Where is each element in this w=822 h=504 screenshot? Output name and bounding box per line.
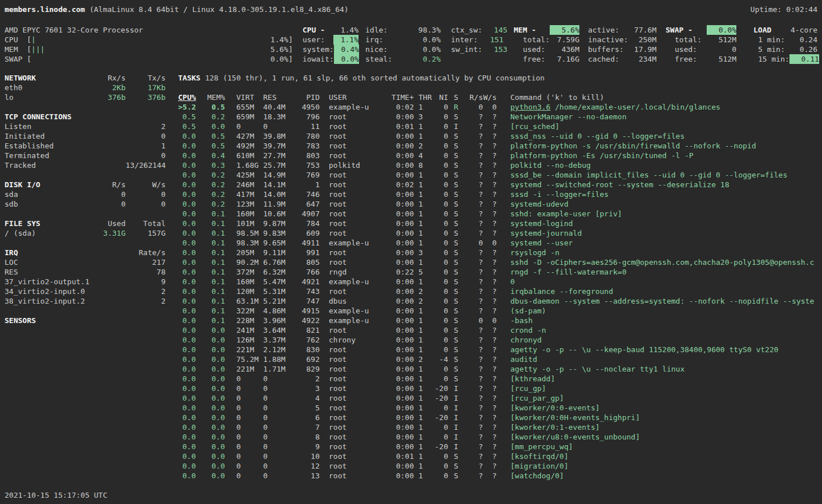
pid-cell: 12 — [290, 461, 320, 471]
res-cell: 39.8M — [263, 131, 290, 141]
pid-cell: 609 — [290, 228, 320, 238]
threads-cell: 5 — [418, 267, 432, 277]
res-cell: 0 — [263, 374, 290, 384]
tcp-stat-value: 1 — [126, 141, 166, 151]
process-row: 0.0 0.0 221M 1.71M 829 root 0:00 1 0 S ?… — [178, 364, 822, 374]
process-row: 0.0 0.0 0 0 7 root 0:00 1 0 I ? ? [kwork… — [178, 422, 822, 432]
user-cell: example-u — [329, 306, 382, 316]
mem-percent-cell: 0.0 — [207, 413, 225, 422]
fs-used: 3.31G — [91, 228, 126, 238]
process-row: 0.0 0.0 0 0 13 root 0:00 1 0 S ? ? [watc… — [178, 471, 822, 481]
state-cell: S — [454, 248, 462, 257]
process-row: 0.0 0.1 228M 3.96M 4922 example-u 0:00 1… — [178, 316, 822, 325]
command-args: [rcu_par_gp] — [510, 394, 564, 402]
cpu-percent-cell: 0.0 — [178, 413, 196, 422]
user-cell: root — [329, 199, 382, 209]
cpu-percent-cell: 0.0 — [178, 354, 196, 364]
col-cpu: CPU% — [178, 92, 196, 102]
process-row: >5.2 0.5 655M 40.4M 4950 example-u 0:02 … — [178, 102, 822, 112]
time-cell: 0:22 — [382, 267, 414, 277]
user-cell: example-u — [329, 238, 382, 248]
threads-cell: 2 — [418, 287, 432, 296]
state-cell: S — [454, 335, 462, 345]
irq-name: 34_virtio2-input.0 — [5, 287, 91, 296]
stat-row: active: 77.6M — [588, 25, 656, 35]
meter-open-bracket: [ — [27, 45, 31, 54]
os-version: (AlmaLinux 8.4 64bit / Linux 4.18.0-305.… — [85, 5, 349, 14]
mem-percent-cell: 0.0 — [207, 403, 225, 413]
stat-value: 0.26 — [788, 45, 817, 54]
virt-cell: 221M — [236, 345, 263, 354]
write-rate-cell: ? — [483, 422, 497, 432]
threads-cell: 1 — [418, 413, 432, 422]
read-rate-cell: ? — [462, 413, 483, 422]
cpu-percent-cell: 0.0 — [178, 432, 196, 442]
time-cell: 0:00 — [382, 296, 414, 306]
write-rate-cell: ? — [483, 306, 497, 316]
write-rate-cell: 0 — [483, 316, 497, 325]
col-rs: R/s — [462, 92, 483, 102]
res-cell: 0 — [263, 422, 290, 432]
nice-cell: 0 — [432, 306, 448, 316]
stat-label: 15 min: — [758, 54, 789, 64]
write-rate-cell: ? — [483, 384, 497, 393]
write-rate-cell: ? — [483, 122, 497, 131]
disk-row: sdb 0 0 — [5, 199, 166, 209]
stat-value: 77.6M — [631, 25, 656, 35]
res-cell: 0 — [263, 442, 290, 451]
write-rate-cell: ? — [483, 403, 497, 413]
threads-cell: 1 — [418, 432, 432, 442]
cpu-percent-cell: 0.0 — [178, 384, 196, 393]
time-cell: 0:00 — [382, 345, 414, 354]
cpu-percent-cell: 0.0 — [178, 461, 196, 471]
threads-cell: 1 — [418, 306, 432, 316]
glances-terminal[interactable]: members.linode.com (AlmaLinux 8.4 64bit … — [0, 0, 822, 504]
filesystem-panel: FILE SYS Used Total / (sda) 3.31G 157G — [5, 219, 166, 238]
disk-write: 0 — [126, 189, 166, 199]
state-cell: I — [454, 403, 462, 413]
nice-cell: 0 — [432, 141, 448, 151]
col-thr: THR — [418, 92, 432, 102]
user-cell: root — [329, 219, 382, 228]
time-cell: 0:00 — [382, 306, 414, 316]
read-rate-cell: ? — [462, 422, 483, 432]
read-rate-cell: ? — [462, 451, 483, 461]
threads-cell: 1 — [418, 131, 432, 141]
user-cell: root — [329, 422, 382, 432]
user-cell: root — [329, 345, 382, 354]
command-args: systemd-logind — [510, 219, 573, 228]
state-cell: I — [454, 432, 462, 442]
nice-cell: 0 — [432, 238, 448, 248]
read-rate-cell: ? — [462, 228, 483, 238]
res-cell: 0 — [263, 471, 290, 481]
stat-value: 0.0% — [334, 54, 359, 64]
write-rate-cell: ? — [483, 180, 497, 189]
user-cell: root — [329, 151, 382, 160]
command-cell: rngd -f --fill-watermark=0 — [510, 267, 822, 277]
time-cell: 0:00 — [382, 325, 414, 335]
pid-cell: 5 — [290, 403, 320, 413]
pid-cell: 991 — [290, 248, 320, 257]
threads-cell: 1 — [418, 170, 432, 180]
cpu-percent-cell: 0.0 — [178, 151, 196, 160]
threads-cell: 1 — [418, 442, 432, 451]
process-row: 0.5 0.0 0 0 11 root 0:01 1 0 I ? ? [rcu_… — [178, 122, 822, 131]
write-rate-cell: ? — [483, 354, 497, 364]
threads-cell: 1 — [418, 209, 432, 219]
nice-cell: 0 — [432, 374, 448, 384]
irq-row: LOC 217 — [5, 257, 166, 267]
time-cell: 0:00 — [382, 354, 414, 364]
meter-open-bracket: [ — [27, 54, 31, 64]
user-cell: root — [329, 432, 382, 442]
disk-io-panel: DISK I/O R/s W/s sda 0 0 sdb 0 0 — [5, 180, 166, 209]
process-row: 0.0 0.0 126M 3.37M 762 chrony 0:00 1 0 S… — [178, 335, 822, 345]
virt-cell: 0 — [236, 422, 263, 432]
threads-cell: 1 — [418, 238, 432, 248]
pid-cell: 780 — [290, 131, 320, 141]
time-cell: 0:00 — [382, 199, 414, 209]
pid-cell: 796 — [290, 112, 320, 122]
read-rate-cell: ? — [462, 267, 483, 277]
network-col2-header: Tx/s — [126, 73, 166, 83]
write-rate-cell: ? — [483, 393, 497, 403]
write-rate-cell: ? — [483, 257, 497, 267]
